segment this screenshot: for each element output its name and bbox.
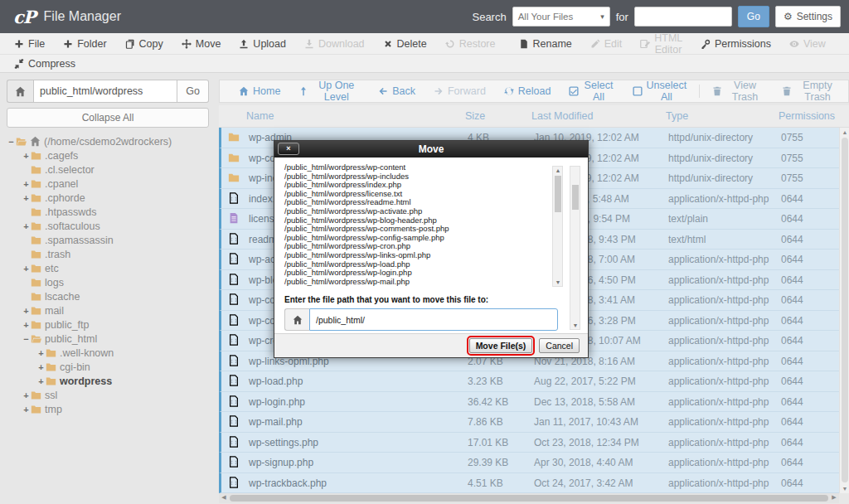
tree-expand-icon[interactable]: + <box>22 193 31 203</box>
dialog-scrollbar[interactable]: ▼ <box>570 166 580 330</box>
tree-expand-icon[interactable]: + <box>22 221 31 231</box>
table-row[interactable]: wp-trackback.php4.51 KBOct 24, 2017, 3:4… <box>219 473 849 494</box>
dialog-file-path-list: /public_html/wordpress/wp-content/public… <box>284 163 556 287</box>
nav-empty-trash-button[interactable]: Empty Trash <box>773 80 848 102</box>
tree-item-public-ftp[interactable]: +public_ftp <box>0 317 216 332</box>
toolbar-copy-button[interactable]: Copy <box>116 33 172 54</box>
toolbar-upload-button[interactable]: Upload <box>230 33 295 54</box>
scrollbar-thumb[interactable] <box>555 176 561 212</box>
table-row[interactable]: wp-mail.php7.86 KBJan 11, 2017, 10:43 AM… <box>219 412 849 433</box>
dialog-home-button[interactable] <box>284 308 309 331</box>
tree-item-etc[interactable]: +etc <box>0 261 216 275</box>
table-row[interactable]: wp-signup.php29.39 KBApr 30, 2018, 4:40 … <box>219 453 849 473</box>
tree-expand-icon[interactable]: + <box>22 179 31 189</box>
scroll-right-icon[interactable]: ▶ <box>829 494 839 501</box>
dialog-close-button[interactable]: × <box>278 143 299 155</box>
table-horizontal-scrollbar[interactable]: ◀ ▶ <box>219 493 839 503</box>
table-row[interactable]: wp-settings.php17.01 KBOct 23, 2018, 12:… <box>219 433 849 453</box>
folder-icon <box>228 172 240 186</box>
nav-up-one-level-button[interactable]: Up One Level <box>289 80 369 102</box>
search-input[interactable] <box>634 7 732 27</box>
toolbar-move-button[interactable]: Move <box>172 33 230 54</box>
search-go-button[interactable]: Go <box>738 6 769 27</box>
tree-item-public-html[interactable]: −public_html <box>0 332 216 346</box>
tree-item-logs[interactable]: logs <box>0 275 216 289</box>
up-icon <box>298 86 308 96</box>
tree-item-cphorde[interactable]: +.cphorde <box>0 191 216 205</box>
scroll-up-icon[interactable]: ▲ <box>840 129 849 135</box>
col-type[interactable]: Type <box>666 110 688 122</box>
php-file-icon <box>228 192 240 206</box>
tree-item-cagefs[interactable]: +.cagefs <box>0 148 216 162</box>
scrollbar-thumb[interactable] <box>230 495 828 502</box>
cancel-button[interactable]: Cancel <box>539 338 580 353</box>
toolbar-divider <box>699 85 700 98</box>
col-name[interactable]: Name <box>246 110 274 122</box>
folder-icon <box>31 277 41 288</box>
nav-view-trash-button[interactable]: View Trash <box>703 80 773 102</box>
table-row[interactable]: wp-login.php36.42 KBDec 13, 2018, 5:58 A… <box>219 392 849 413</box>
col-size[interactable]: Size <box>465 110 485 122</box>
toolbar-rename-button[interactable]: Rename <box>510 33 581 54</box>
tree-item-cgi-bin[interactable]: +cgi-bin <box>0 360 216 374</box>
nav-unselect-all-button[interactable]: Unselect All <box>623 80 696 102</box>
tree-item-spamassassin[interactable]: .spamassassin <box>0 233 216 247</box>
move-files-button[interactable]: Move File(s) <box>469 338 533 353</box>
toolbar-permissions-button[interactable]: Permissions <box>691 33 780 54</box>
scrollbar-thumb[interactable] <box>842 138 848 482</box>
dialog-path-input[interactable] <box>309 308 558 331</box>
tree-expand-icon[interactable]: + <box>36 376 46 386</box>
tree-expand-icon[interactable]: + <box>22 151 31 161</box>
tree-expand-icon[interactable]: + <box>22 320 31 330</box>
tree-item-home-csdemo2wdrockers[interactable]: −(/home/csdemo2wdrockers) <box>0 134 216 148</box>
table-vertical-scrollbar[interactable]: ▲ ▼ <box>839 128 849 493</box>
tree-item-htpasswds[interactable]: .htpasswds <box>0 205 216 219</box>
scroll-up-icon[interactable]: ▲ <box>553 167 563 173</box>
tree-expand-icon[interactable]: + <box>22 390 31 400</box>
toolbar-compress-button[interactable]: Compress <box>5 55 85 72</box>
tree-expand-icon[interactable]: + <box>22 264 31 274</box>
folder-icon <box>31 150 41 161</box>
tree-item-wordpress[interactable]: +wordpress <box>0 374 216 388</box>
toolbar-view-button: View <box>780 33 835 54</box>
toolbar-file-button[interactable]: File <box>5 33 54 54</box>
tree-item-well-known[interactable]: +.well-known <box>0 346 216 360</box>
scroll-left-icon[interactable]: ◀ <box>219 494 229 501</box>
nav-home-button[interactable]: Home <box>230 80 289 102</box>
scrollbar-thumb[interactable] <box>572 185 579 210</box>
tree-expand-icon[interactable]: + <box>36 362 46 372</box>
scroll-down-icon[interactable]: ▼ <box>553 279 563 285</box>
nav-reload-button[interactable]: Reload <box>495 80 560 102</box>
tree-item-softaculous[interactable]: +.softaculous <box>0 219 216 233</box>
toolbar-folder-button[interactable]: Folder <box>54 33 115 54</box>
col-last-modified[interactable]: Last Modified <box>531 110 593 122</box>
search-scope-select[interactable]: All Your Files ▾ <box>512 7 610 27</box>
tree-item-mail[interactable]: +mail <box>0 303 216 317</box>
tree-expand-icon[interactable]: + <box>22 306 31 316</box>
checkbox-empty-icon <box>633 86 643 96</box>
path-go-button[interactable]: Go <box>177 80 209 103</box>
tree-item-cl-selector[interactable]: .cl.selector <box>0 162 216 177</box>
path-input[interactable] <box>33 80 177 103</box>
tree-item-cpanel[interactable]: +.cpanel <box>0 177 216 191</box>
path-home-button[interactable] <box>7 80 33 103</box>
tree-item-lscache[interactable]: lscache <box>0 289 216 303</box>
tree-expand-icon[interactable]: + <box>36 348 46 358</box>
settings-button[interactable]: ⚙Settings <box>775 6 841 27</box>
tree-collapse-icon[interactable]: − <box>7 137 16 147</box>
scroll-down-icon[interactable]: ▼ <box>840 486 849 492</box>
tree-expand-icon[interactable]: + <box>22 405 31 414</box>
col-permissions[interactable]: Permissions <box>779 110 835 122</box>
table-row[interactable]: wp-load.php3.23 KBAug 22, 2017, 5:22 PMa… <box>219 371 849 392</box>
tree-item-trash[interactable]: .trash <box>0 247 216 261</box>
scroll-down-icon[interactable]: ▼ <box>570 322 580 328</box>
toolbar-delete-button[interactable]: Delete <box>374 33 436 54</box>
tree-collapse-icon[interactable]: − <box>22 334 31 344</box>
nav-back-button[interactable]: Back <box>369 80 424 102</box>
toolbar-restore-button: Restore <box>436 33 505 54</box>
collapse-all-button[interactable]: Collapse All <box>7 108 209 128</box>
list-scrollbar[interactable]: ▲ ▼ <box>552 166 563 287</box>
tree-item-ssl[interactable]: +ssl <box>0 388 216 402</box>
nav-select-all-button[interactable]: Select All <box>560 80 623 102</box>
tree-item-tmp[interactable]: +tmp <box>0 402 216 416</box>
